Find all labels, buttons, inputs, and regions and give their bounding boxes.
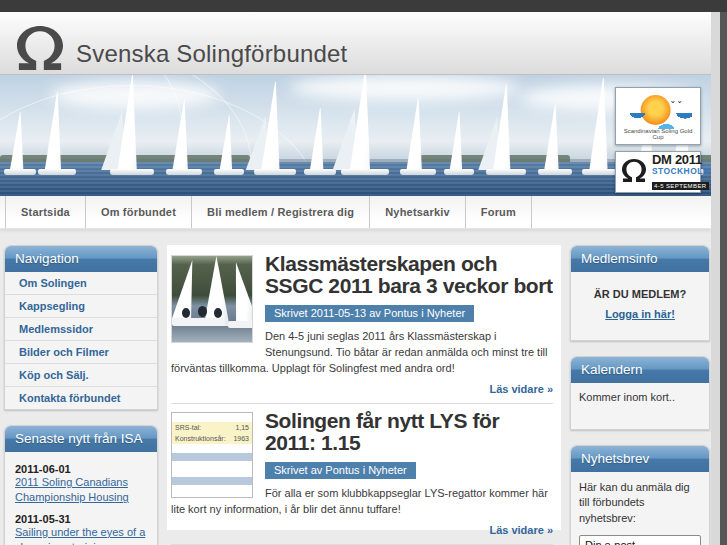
wave-icon (624, 113, 693, 129)
site-title: Svenska Solingförbundet (76, 40, 347, 68)
sailboat (168, 100, 200, 170)
article-thumbnail-srs-table[interactable]: SRS-tal: 1,15 Konstruktionsår: 1963 (171, 412, 253, 498)
article-byline-badge: Skrivet av Pontus i Nyheter (265, 462, 416, 479)
medlemsinfo-body: ÄR DU MEDLEM? Logga in här! (571, 272, 709, 340)
medlemsinfo-panel: Medlemsinfo ÄR DU MEDLEM? Logga in här! (570, 245, 710, 341)
ssgc-caption: Scandinavian Soling Gold Cup (619, 128, 697, 140)
nyhetsbrev-body: Här kan du anmäla dig till förbundets ny… (571, 472, 709, 545)
banner-photo: ⌄⌄ Scandinavian Soling Gold Cup DM 2011 … (0, 75, 711, 196)
sailboat (40, 92, 74, 170)
table-row (172, 461, 252, 477)
konstruktionsar-label: Konstruktionsår: (175, 435, 226, 442)
sailboat (306, 108, 334, 170)
sailboat (112, 75, 152, 170)
member-question: ÄR DU MEDLEM? (579, 288, 701, 300)
table-row: Konstruktionsår: 1963 (172, 433, 252, 444)
right-sidebar: Medlemsinfo ÄR DU MEDLEM? Logga in här! … (570, 245, 710, 530)
tab-nyhetsarkiv[interactable]: Nyhetsarkiv (370, 196, 466, 228)
sailboat (488, 84, 524, 170)
left-sidebar: Navigation Om Solingen Kappsegling Medle… (4, 245, 158, 530)
tab-bli-medlem[interactable]: Bli medlem / Registrera dig (192, 196, 370, 228)
window-top-bar (0, 0, 727, 12)
article-byline-badge: Skrivet 2011-05-13 av Pontus i Nyheter (265, 305, 474, 322)
kalendern-body: Kommer inom kort.. (571, 383, 709, 429)
sidebar-item-bilder-och-filmer[interactable]: Bilder och Filmer (5, 341, 157, 364)
read-more-link[interactable]: Läs vidare » (171, 383, 553, 395)
soling-omega-icon (12, 24, 68, 76)
sailboat (540, 104, 570, 170)
crew-figure (214, 308, 222, 318)
table-row (172, 444, 252, 453)
table-row (172, 477, 252, 485)
sidebar-item-om-solingen[interactable]: Om Solingen (5, 272, 157, 295)
tab-forum[interactable]: Forum (466, 196, 532, 228)
table-row (172, 453, 252, 461)
dm-2011-badge[interactable]: DM 2011 STOCKHOLM 4-5 SEPTEMBER (615, 151, 701, 193)
main-navigation-tabs: Startsida Om förbundet Bli medlem / Regi… (0, 196, 711, 229)
nyhetsbrev-panel: Nyhetsbrev Här kan du anmäla dig till fö… (570, 445, 710, 545)
sidebar-item-medlemssidor[interactable]: Medlemssidor (5, 318, 157, 341)
article-klassmasterskapen: Klassmästerskapen och SSGC 2011 bara 3 v… (171, 247, 553, 404)
article-thumbnail-sailboats[interactable] (171, 255, 253, 343)
konstruktionsar-value: 1963 (233, 435, 249, 442)
isa-news-link[interactable]: Sailing under the eyes of a champion...t… (15, 525, 147, 545)
sidebar-item-kontakta-forbundet[interactable]: Kontakta förbundet (5, 387, 157, 409)
hull-shape (228, 321, 253, 328)
medlemsinfo-panel-title: Medlemsinfo (571, 246, 709, 272)
tab-om-forbundet[interactable]: Om förbundet (86, 196, 192, 228)
dm-city: STOCKHOLM (652, 167, 710, 176)
dm-badge-text: DM 2011 STOCKHOLM 4-5 SEPTEMBER (652, 153, 710, 192)
scandinavian-soling-gold-cup-badge[interactable]: ⌄⌄ Scandinavian Soling Gold Cup (615, 87, 701, 145)
sail-shape (226, 262, 253, 322)
window-right-edge (720, 12, 727, 545)
table-row: SRS-tal: 1,15 (172, 422, 252, 433)
content-area: Navigation Om Solingen Kappsegling Medle… (0, 229, 711, 530)
login-link[interactable]: Logga in här! (605, 308, 675, 320)
dm-date: 4-5 SEPTEMBER (652, 182, 709, 190)
site-container: Svenska Solingförbundet (0, 12, 711, 545)
sailboat (6, 112, 34, 170)
sailboat (446, 112, 472, 170)
page-right-gutter (711, 12, 720, 545)
isa-news-panel-title: Senaste nytt från ISA (5, 426, 157, 452)
navigation-list: Om Solingen Kappsegling Medlemssidor Bil… (5, 272, 157, 409)
srs-value: 1,15 (235, 424, 249, 431)
isa-news-panel: Senaste nytt från ISA 2011-06-01 2011 So… (4, 425, 158, 545)
crew-figure (198, 306, 207, 317)
article-lys-2011: SRS-tal: 1,15 Konstruktionsår: 1963 Soli… (171, 404, 553, 545)
sailboat (344, 75, 386, 170)
isa-news-date: 2011-05-31 (15, 513, 147, 525)
navigation-panel: Navigation Om Solingen Kappsegling Medle… (4, 245, 158, 410)
sidebar-item-kop-och-salj[interactable]: Köp och Sälj. (5, 364, 157, 387)
isa-news-date: 2011-06-01 (15, 463, 147, 475)
kalendern-panel: Kalendern Kommer inom kort.. (570, 356, 710, 430)
news-column: Klassmästerskapen och SSGC 2011 bara 3 v… (167, 245, 561, 530)
dm-title: DM 2011 (652, 153, 710, 166)
bird-icon: ⌄⌄ (670, 97, 683, 105)
sidebar-item-kappsegling[interactable]: Kappsegling (5, 295, 157, 318)
table-row (172, 413, 252, 422)
tab-startsida[interactable]: Startsida (5, 196, 86, 228)
kalendern-panel-title: Kalendern (571, 357, 709, 383)
hull-shape (172, 318, 224, 326)
crew-figure (182, 308, 190, 318)
sailboat (256, 82, 294, 170)
read-more-link[interactable]: Läs vidare » (171, 524, 553, 536)
isa-news-link[interactable]: 2011 Soling Canadians Championship Housi… (15, 475, 147, 506)
navigation-panel-title: Navigation (5, 246, 157, 272)
srs-label: SRS-tal: (175, 424, 201, 431)
newsletter-email-field[interactable] (579, 535, 701, 545)
ssgc-logo: ⌄⌄ Scandinavian Soling Gold Cup (619, 91, 697, 141)
soling-omega-icon (620, 158, 648, 187)
nyhetsbrev-panel-title: Nyhetsbrev (571, 446, 709, 472)
masthead: Svenska Solingförbundet (0, 12, 711, 75)
newsletter-intro-text: Här kan du anmäla dig till förbundets ny… (579, 480, 701, 526)
sailboat (216, 115, 242, 170)
sailboat (402, 98, 434, 170)
isa-news-list: 2011-06-01 2011 Soling Canadians Champio… (5, 452, 157, 545)
